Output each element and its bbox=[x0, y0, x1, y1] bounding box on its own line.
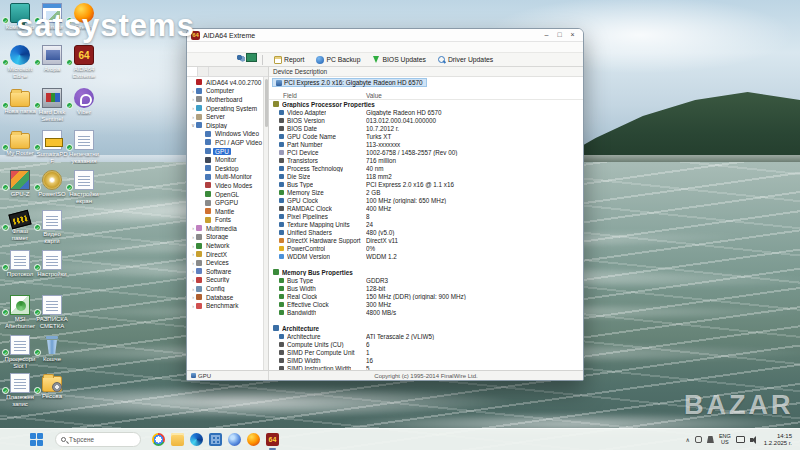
toolbar-button[interactable]: PC Backup bbox=[310, 56, 366, 64]
device-row[interactable]: PCI Express 2.0 x16: Gigabyte Radeon HD … bbox=[269, 77, 583, 88]
field-row[interactable]: Architecture bbox=[269, 324, 583, 332]
field-row[interactable]: Video Adapter Gigabyte Radeon HD 6570 bbox=[269, 108, 583, 116]
field-row[interactable]: PowerControl 0% bbox=[269, 244, 583, 252]
tree-item[interactable]: PCI / AGP Video bbox=[187, 138, 268, 147]
field-row[interactable]: Unified Shaders 480 (v5.0) bbox=[269, 228, 583, 236]
field-row[interactable]: Die Size 118 mm2 bbox=[269, 172, 583, 180]
field-row[interactable]: Compute Units (CU) 6 bbox=[269, 340, 583, 348]
volume-icon[interactable] bbox=[750, 436, 759, 444]
nav-button[interactable] bbox=[235, 53, 246, 66]
close-button[interactable]: × bbox=[566, 29, 579, 41]
tree-item[interactable]: › Config bbox=[187, 284, 268, 293]
desktop-icon[interactable]: Настройки екран bbox=[68, 170, 100, 204]
tree-item[interactable]: OpenGL bbox=[187, 190, 268, 199]
tree-item[interactable]: › Security bbox=[187, 276, 268, 285]
tree-item[interactable]: AIDA64 v4.00.2700 bbox=[187, 78, 268, 87]
tree-item[interactable]: › Storage bbox=[187, 233, 268, 242]
tree-item[interactable]: ∨ Display bbox=[187, 121, 268, 130]
minimize-button[interactable]: – bbox=[540, 29, 553, 41]
tree-item[interactable]: › Motherboard bbox=[187, 95, 268, 104]
clock[interactable]: 14:15 1.2.2025 г. bbox=[764, 433, 792, 447]
desktop-icon[interactable]: Видео карти bbox=[36, 210, 68, 244]
field-row[interactable]: SIMD Per Compute Unit 1 bbox=[269, 348, 583, 356]
field-row[interactable]: Pixel Pipelines 8 bbox=[269, 212, 583, 220]
desktop-icon[interactable]: Агора bbox=[36, 45, 68, 73]
field-row[interactable]: Bus Width 128-bit bbox=[269, 284, 583, 292]
toolbar-button[interactable]: Driver Updates bbox=[432, 56, 499, 64]
tree-item[interactable]: › Server bbox=[187, 112, 268, 121]
desktop-icon[interactable]: Протокол bbox=[4, 250, 36, 278]
network-icon[interactable] bbox=[736, 436, 745, 443]
taskbar-search[interactable]: Търсене bbox=[55, 432, 141, 447]
field-row[interactable]: Real Clock 150 MHz (DDR) (original: 900 … bbox=[269, 292, 583, 300]
desktop-icon[interactable]: Процесори Slot I bbox=[4, 335, 36, 369]
tree-item[interactable]: Fonts bbox=[187, 216, 268, 225]
tree-item[interactable]: GPGPU bbox=[187, 198, 268, 207]
tree-item[interactable]: › Operating System bbox=[187, 104, 268, 113]
tree-item[interactable]: › Computer bbox=[187, 87, 268, 96]
field-row[interactable]: Memory Size 2 GB bbox=[269, 188, 583, 196]
tree-item[interactable]: Monitor bbox=[187, 155, 268, 164]
field-row[interactable]: Memory Bus Properties bbox=[269, 268, 583, 276]
field-row[interactable]: PCI Device 1002-6758 / 1458-2557 (Rev 00… bbox=[269, 148, 583, 156]
start-button[interactable] bbox=[30, 433, 43, 446]
field-row[interactable]: Effective Clock 300 MHz bbox=[269, 300, 583, 308]
taskbar-app-icon[interactable] bbox=[246, 432, 261, 447]
field-row[interactable]: Graphics Processor Properties bbox=[269, 100, 583, 108]
taskbar-app-icon[interactable] bbox=[189, 432, 204, 447]
taskbar-app-icon[interactable] bbox=[151, 432, 166, 447]
field-row[interactable]: WDDM Version WDDM 1.2 bbox=[269, 252, 583, 260]
field-row[interactable]: Texture Mapping Units 24 bbox=[269, 220, 583, 228]
desktop-icon[interactable]: Ресова bbox=[36, 373, 68, 400]
field-row[interactable]: SIMD Width 16 bbox=[269, 356, 583, 364]
nav-button[interactable] bbox=[246, 53, 257, 66]
desktop-icon[interactable]: Кошче bbox=[36, 335, 68, 363]
taskbar-app-icon[interactable] bbox=[227, 432, 242, 447]
maximize-button[interactable]: □ bbox=[553, 29, 566, 41]
field-row[interactable]: Bus Type PCI Express 2.0 x16 @ 1.1 x16 bbox=[269, 180, 583, 188]
desktop-icon[interactable]: MSI Afterburner bbox=[4, 295, 36, 329]
tray-app-icon[interactable] bbox=[695, 436, 702, 443]
tree-item[interactable]: › Devices bbox=[187, 258, 268, 267]
field-column-header[interactable]: Field bbox=[283, 92, 297, 99]
desktop-icon[interactable]: Microsoft Edge bbox=[4, 45, 36, 79]
desktop-icon[interactable]: PowerISO bbox=[36, 170, 68, 198]
field-row[interactable]: GPU Code Name Turks XT bbox=[269, 132, 583, 140]
desktop-icon[interactable]: Настройки bbox=[36, 250, 68, 278]
tray-overflow-chevron-icon[interactable]: ∧ bbox=[686, 436, 690, 443]
toolbar-button[interactable]: BIOS Updates bbox=[366, 56, 431, 64]
tree-item[interactable]: Mantle bbox=[187, 207, 268, 216]
value-column-header[interactable]: Value bbox=[366, 92, 382, 99]
desktop-icon[interactable]: Флаш памет bbox=[4, 210, 36, 241]
taskbar-app-icon[interactable] bbox=[208, 432, 223, 447]
desktop-icon[interactable]: Viber bbox=[68, 88, 100, 116]
taskbar-app-icon[interactable] bbox=[265, 432, 280, 447]
desktop-icon[interactable]: Нова папка bbox=[4, 88, 36, 115]
desktop-icon[interactable]: Непечатни указания bbox=[68, 130, 100, 164]
tree-item[interactable]: Video Modes bbox=[187, 181, 268, 190]
desktop-icon[interactable]: AIDA64 Extreme bbox=[68, 45, 100, 79]
field-row[interactable]: BIOS Version 013.012.000.041.000000 bbox=[269, 116, 583, 124]
sidebar-tab[interactable] bbox=[187, 67, 198, 76]
field-row[interactable]: Bandwidth 4800 MB/s bbox=[269, 308, 583, 316]
tree-item[interactable]: › Software bbox=[187, 267, 268, 276]
tree-item[interactable]: › Database bbox=[187, 293, 268, 302]
sidebar-scrollbar[interactable] bbox=[263, 77, 268, 370]
sidebar-tab[interactable] bbox=[198, 67, 209, 76]
desktop-icon[interactable]: Hard Disk Sentinel bbox=[36, 88, 68, 122]
taskbar-app-icon[interactable] bbox=[170, 432, 185, 447]
field-row[interactable]: DirectX Hardware Support DirectX v11 bbox=[269, 236, 583, 244]
field-row[interactable]: Part Number 113-xxxxxxx bbox=[269, 140, 583, 148]
desktop-icon[interactable]: РАЗПИСКА СМЕТКА bbox=[36, 295, 68, 329]
field-row[interactable]: Transistors 716 million bbox=[269, 156, 583, 164]
tree-item[interactable]: Windows Video bbox=[187, 130, 268, 139]
desktop-icon[interactable]: SumatraPDF bbox=[36, 130, 68, 164]
tree-item[interactable]: › DirectX bbox=[187, 250, 268, 259]
field-row[interactable]: Bus Type GDDR3 bbox=[269, 276, 583, 284]
tree-item[interactable]: Desktop bbox=[187, 164, 268, 173]
field-row[interactable]: Process Technology 40 nm bbox=[269, 164, 583, 172]
desktop-icon[interactable]: My Router bbox=[4, 130, 36, 157]
field-row[interactable]: Architecture ATI Terascale 2 (VLIW5) bbox=[269, 332, 583, 340]
field-row[interactable]: BIOS Date 10.7.2012 г. bbox=[269, 124, 583, 132]
desktop-icon[interactable]: Платежен запис bbox=[4, 373, 36, 407]
